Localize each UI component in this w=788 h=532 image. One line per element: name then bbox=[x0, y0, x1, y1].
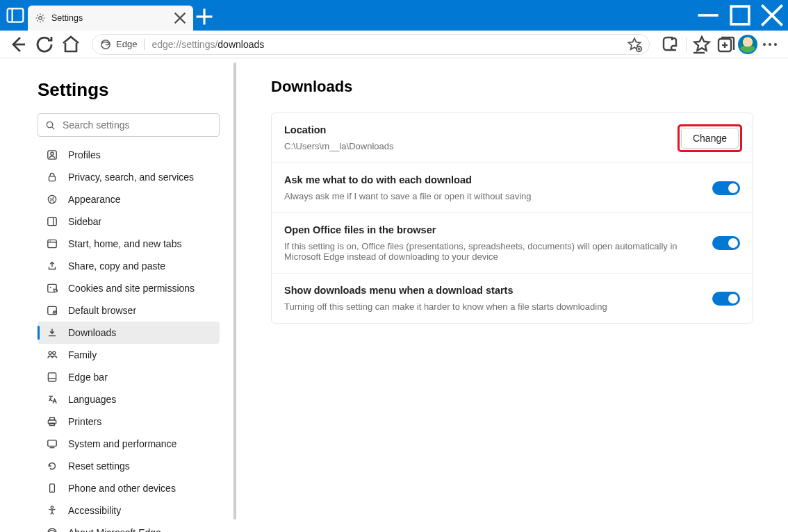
sidebar-item-browser[interactable]: Default browser bbox=[38, 299, 220, 322]
sidebar-item-cookies[interactable]: Cookies and site permissions bbox=[38, 277, 220, 299]
cookies-icon bbox=[46, 282, 58, 294]
sidebar-item-label: Reset settings bbox=[68, 460, 130, 472]
address-separator bbox=[144, 39, 145, 50]
share-icon bbox=[46, 260, 58, 272]
window-controls bbox=[692, 0, 788, 31]
location-row: Location C:\Users\m__la\Downloads Change bbox=[272, 113, 753, 163]
sidebar-item-reset[interactable]: Reset settings bbox=[38, 455, 220, 477]
sidebar-item-label: System and performance bbox=[68, 438, 177, 449]
sidebar-item-label: Privacy, search, and services bbox=[68, 172, 194, 183]
titlebar-left bbox=[0, 0, 28, 31]
toggle-switch[interactable] bbox=[712, 181, 740, 195]
sidebar: Settings ProfilesPrivacy, search, and se… bbox=[0, 58, 236, 532]
refresh-button[interactable] bbox=[33, 33, 56, 56]
change-button-highlight: Change bbox=[680, 126, 740, 150]
sidebar-title: Settings bbox=[38, 79, 220, 101]
sidebar-item-lock[interactable]: Privacy, search, and services bbox=[38, 166, 220, 188]
reset-icon bbox=[46, 460, 58, 472]
more-menu-button[interactable] bbox=[759, 33, 781, 56]
sidebar-icon bbox=[46, 215, 58, 228]
settings-search[interactable] bbox=[38, 113, 220, 137]
sidebar-item-label: Languages bbox=[68, 394, 116, 405]
new-tab-button[interactable] bbox=[193, 6, 215, 28]
titlebar: Settings bbox=[0, 0, 788, 31]
sidebar-item-family[interactable]: Family bbox=[38, 344, 220, 366]
minimize-button[interactable] bbox=[692, 0, 724, 31]
browser-tab[interactable]: Settings bbox=[28, 6, 193, 31]
sidebar-item-appearance[interactable]: Appearance bbox=[38, 188, 220, 210]
sidebar-item-label: About Microsoft Edge bbox=[68, 527, 161, 532]
sidebar-item-profile[interactable]: Profiles bbox=[38, 144, 220, 166]
toolbar: Edge edge://settings/downloads bbox=[0, 31, 788, 58]
settings-row: Ask me what to do with each download Alw… bbox=[272, 163, 753, 213]
sidebar-item-label: Profiles bbox=[68, 149, 101, 160]
tab-title: Settings bbox=[51, 13, 167, 23]
printer-icon bbox=[46, 415, 58, 428]
sidebar-item-system[interactable]: System and performance bbox=[38, 433, 220, 455]
sidebar-item-label: Printers bbox=[68, 416, 101, 427]
sidebar-scrollbar[interactable] bbox=[233, 63, 236, 519]
location-title: Location bbox=[284, 124, 668, 135]
sidebar-item-label: Default browser bbox=[68, 305, 136, 316]
toggle-switch[interactable] bbox=[712, 292, 740, 306]
home-button[interactable] bbox=[60, 33, 82, 56]
toolbar-right bbox=[659, 33, 781, 56]
sidebar-item-label: Appearance bbox=[68, 194, 121, 205]
row-title: Open Office files in the browser bbox=[284, 224, 701, 235]
close-window-button[interactable] bbox=[756, 0, 788, 31]
address-bar[interactable]: Edge edge://settings/downloads bbox=[92, 34, 650, 55]
sidebar-item-a11y[interactable]: Accessibility bbox=[38, 499, 220, 522]
location-path: C:\Users\m__la\Downloads bbox=[284, 141, 668, 151]
svg-rect-8 bbox=[731, 6, 749, 24]
svg-point-22 bbox=[774, 43, 777, 46]
sidebar-item-label: Phone and other devices bbox=[68, 483, 176, 494]
profile-avatar[interactable] bbox=[738, 35, 757, 54]
row-action bbox=[712, 181, 740, 195]
sidebar-item-label: Family bbox=[68, 349, 97, 360]
content-area: Settings ProfilesPrivacy, search, and se… bbox=[0, 58, 788, 532]
sidebar-item-download[interactable]: Downloads bbox=[38, 322, 220, 344]
svg-point-23 bbox=[47, 122, 52, 127]
collections-button[interactable] bbox=[714, 33, 737, 56]
sidebar-item-home[interactable]: Start, home, and new tabs bbox=[38, 233, 220, 255]
sidebar-item-edgebar[interactable]: Edge bar bbox=[38, 366, 220, 388]
sidebar-item-phone[interactable]: Phone and other devices bbox=[38, 477, 220, 499]
sidebar-item-label: Sidebar bbox=[68, 216, 101, 227]
toolbar-separator bbox=[686, 38, 687, 51]
toggle-switch[interactable] bbox=[712, 236, 740, 250]
settings-row: Open Office files in the browser If this… bbox=[272, 213, 753, 274]
sidebar-item-printer[interactable]: Printers bbox=[38, 410, 220, 433]
address-label: Edge bbox=[116, 39, 137, 49]
lang-icon bbox=[46, 393, 58, 406]
phone-icon bbox=[46, 482, 58, 494]
extensions-button[interactable] bbox=[659, 33, 682, 56]
family-icon bbox=[46, 349, 58, 361]
settings-search-input[interactable] bbox=[63, 119, 212, 131]
sidebar-item-share[interactable]: Share, copy and paste bbox=[38, 255, 220, 277]
maximize-button[interactable] bbox=[724, 0, 756, 31]
tab-actions-icon[interactable] bbox=[6, 6, 25, 25]
svg-point-2 bbox=[39, 17, 42, 20]
sidebar-item-lang[interactable]: Languages bbox=[38, 388, 220, 410]
back-button[interactable] bbox=[7, 33, 29, 56]
favorite-star-button[interactable] bbox=[625, 35, 643, 53]
favorites-button[interactable] bbox=[691, 33, 713, 56]
edgebar-icon bbox=[46, 371, 58, 383]
svg-line-24 bbox=[52, 126, 54, 128]
sidebar-item-label: Downloads bbox=[68, 327, 116, 338]
sidebar-item-sidebar[interactable]: Sidebar bbox=[38, 210, 220, 233]
tab-close-button[interactable] bbox=[172, 10, 188, 26]
svg-point-21 bbox=[769, 43, 771, 46]
change-location-button[interactable]: Change bbox=[681, 128, 739, 149]
row-action bbox=[712, 236, 740, 250]
sidebar-item-label: Share, copy and paste bbox=[68, 260, 165, 272]
sidebar-item-edge[interactable]: About Microsoft Edge bbox=[38, 522, 220, 532]
row-title: Show downloads menu when a download star… bbox=[284, 285, 701, 296]
appearance-icon bbox=[46, 193, 58, 206]
titlebar-drag-area[interactable] bbox=[215, 0, 692, 31]
search-icon bbox=[45, 120, 56, 131]
row-description: If this setting is on, Office files (pre… bbox=[284, 241, 701, 262]
sidebar-item-label: Edge bar bbox=[68, 372, 108, 383]
row-description: Turning off this setting can make it har… bbox=[284, 301, 701, 312]
lock-icon bbox=[46, 171, 58, 183]
